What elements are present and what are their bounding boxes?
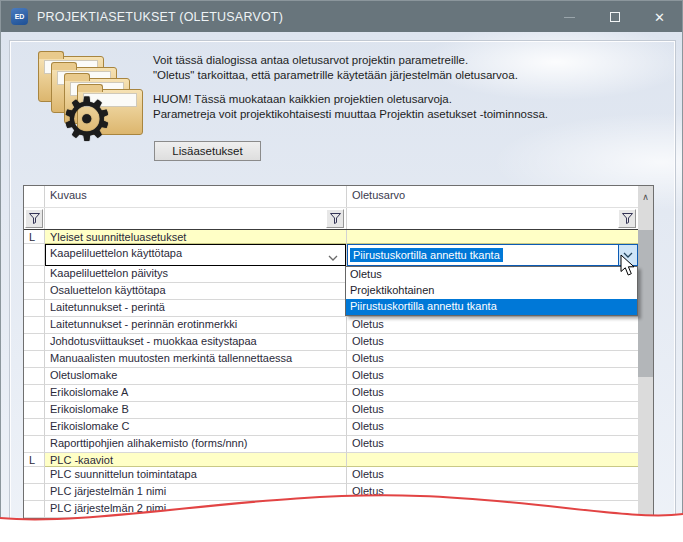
row-marker-cell[interactable]: [24, 368, 45, 385]
row-label-cell[interactable]: Erikoislomake B: [45, 402, 347, 419]
dialog-body: ⚙ Voit tässä dialogissa antaa oletusarvo…: [0, 32, 683, 542]
table-header-row: Kuvaus Oletusarvo: [24, 186, 638, 208]
row-value-cell[interactable]: Oletus: [347, 467, 638, 484]
row-value-cell[interactable]: Oletus: [347, 419, 638, 436]
table-row: Johdotusviittaukset - muokkaa esitystapa…: [24, 334, 638, 351]
row-marker-cell[interactable]: [24, 467, 45, 484]
table-row: Kaapeliluettelon käyttötapaPiirustuskort…: [24, 244, 638, 266]
kuvaus-column-header[interactable]: Kuvaus: [45, 186, 347, 207]
filter-input-oletusarvo[interactable]: [347, 208, 638, 229]
row-marker-cell[interactable]: [24, 385, 45, 402]
row-marker-cell[interactable]: [24, 334, 45, 351]
filter-button[interactable]: [618, 209, 636, 228]
gear-icon: ⚙: [60, 90, 114, 150]
row-marker-cell[interactable]: [24, 419, 45, 436]
mouse-cursor-icon: [620, 254, 636, 278]
marker-column-header: [24, 186, 45, 207]
folders-gear-icon: ⚙: [38, 56, 154, 160]
table-row: Erikoislomake AOletus: [24, 385, 638, 402]
row-label-cell[interactable]: Osaluettelon käyttötapa: [45, 283, 347, 300]
dialog-window: ED PROJEKTIASETUKSET (OLETUSARVOT) ✕ ⚙ V…: [0, 0, 683, 542]
chevron-up-icon: ∧: [642, 192, 649, 202]
row-marker-cell[interactable]: L: [24, 230, 45, 244]
minimize-icon: [564, 17, 575, 18]
table-row: OletuslomakeOletus: [24, 368, 638, 385]
maximize-icon: [610, 12, 620, 22]
row-value-cell[interactable]: [347, 453, 638, 467]
row-marker-cell[interactable]: [24, 351, 45, 368]
row-value-cell[interactable]: Oletus: [347, 368, 638, 385]
titlebar[interactable]: ED PROJEKTIASETUKSET (OLETUSARVOT) ✕: [0, 0, 683, 32]
row-marker-cell[interactable]: [24, 283, 45, 300]
row-marker-cell[interactable]: [24, 317, 45, 334]
table-row: Erikoislomake BOletus: [24, 402, 638, 419]
table-row: Manuaalisten muutosten merkintä tallenne…: [24, 351, 638, 368]
row-label-cell[interactable]: Yleiset suunnitteluasetukset: [45, 230, 347, 244]
vertical-scrollbar[interactable]: ∧: [638, 186, 653, 518]
row-label-cell[interactable]: Laitetunnukset - perinnän erotinmerkki: [45, 317, 347, 334]
row-value-cell[interactable]: Oletus: [347, 351, 638, 368]
row-marker-cell[interactable]: [24, 436, 45, 453]
row-label-cell[interactable]: Kaapeliluettelon käyttötapa: [45, 244, 347, 266]
filter-cell-marker[interactable]: [24, 208, 45, 229]
row-value-cell[interactable]: Oletus: [347, 436, 638, 453]
scrollbar-up-button[interactable]: ∧: [638, 186, 653, 208]
funnel-icon: [330, 213, 341, 224]
window-controls: ✕: [547, 1, 682, 33]
intro-line: "Oletus" tarkoittaa, että parametrille k…: [153, 68, 548, 83]
row-marker-cell[interactable]: [24, 300, 45, 317]
filter-button[interactable]: [326, 209, 344, 228]
dropdown-popup: OletusProjektikohtainenPiirustuskortilla…: [345, 266, 638, 316]
oletusarvo-column-header[interactable]: Oletusarvo: [347, 186, 638, 207]
row-label-cell[interactable]: PLC -kaaviot: [45, 453, 347, 467]
funnel-icon: [622, 213, 633, 224]
intro-line: Voit tässä dialogissa antaa oletusarvot …: [153, 53, 548, 68]
row-value-cell[interactable]: Oletus: [347, 402, 638, 419]
row-label-cell[interactable]: Erikoislomake A: [45, 385, 347, 402]
screenshot-cut-edge: [0, 486, 683, 542]
row-value-cell[interactable]: Oletus: [347, 385, 638, 402]
row-value-cell[interactable]: Oletus: [347, 334, 638, 351]
dropdown-option[interactable]: Piirustuskortilla annettu tkanta: [346, 299, 637, 315]
section-row: LPLC -kaaviot: [24, 453, 638, 467]
window-title: PROJEKTIASETUKSET (OLETUSARVOT): [37, 10, 283, 24]
app-icon: ED: [11, 8, 28, 25]
minimize-button[interactable]: [547, 1, 592, 33]
row-marker-cell[interactable]: L: [24, 453, 45, 467]
row-label-cell[interactable]: Erikoislomake C: [45, 419, 347, 436]
dropdown-option[interactable]: Projektikohtainen: [346, 283, 637, 299]
settings-table: Kuvaus Oletusarvo: [23, 185, 654, 519]
maximize-button[interactable]: [592, 1, 637, 33]
lisaasetukset-button[interactable]: Lisäasetukset: [154, 141, 261, 161]
funnel-icon: [29, 213, 40, 224]
row-label-cell[interactable]: Kaapeliluettelon päivitys: [45, 266, 347, 283]
row-value-cell[interactable]: [347, 230, 638, 244]
close-button[interactable]: ✕: [637, 1, 682, 33]
dropdown-option[interactable]: Oletus: [346, 267, 637, 283]
chevron-down-icon[interactable]: [328, 251, 338, 263]
row-label-cell[interactable]: Raporttipohjien alihakemisto (forms/nnn): [45, 436, 347, 453]
row-marker-cell[interactable]: [24, 244, 45, 266]
filter-input-kuvaus[interactable]: [45, 208, 347, 229]
intro-line: Parametreja voit projektikohtaisesti muu…: [153, 107, 548, 122]
row-marker-cell[interactable]: [24, 402, 45, 419]
oletusarvo-combobox[interactable]: Piirustuskortilla annettu tkanta: [347, 244, 638, 266]
row-label-cell[interactable]: Johdotusviittaukset - muokkaa esitystapa…: [45, 334, 347, 351]
table-row: Raporttipohjien alihakemisto (forms/nnn)…: [24, 436, 638, 453]
filter-row: [24, 208, 638, 230]
row-label-cell[interactable]: Oletuslomake: [45, 368, 347, 385]
combobox-selected-value: Piirustuskortilla annettu tkanta: [350, 248, 503, 262]
row-label-cell[interactable]: Manuaalisten muutosten merkintä tallenne…: [45, 351, 347, 368]
table-row: Erikoislomake COletus: [24, 419, 638, 436]
row-label-cell[interactable]: PLC suunnittelun toimintatapa: [45, 467, 347, 484]
row-marker-cell[interactable]: [24, 266, 45, 283]
filter-button[interactable]: [25, 209, 43, 228]
table-row: PLC suunnittelun toimintatapaOletus: [24, 467, 638, 484]
table-row: Laitetunnukset - perinnän erotinmerkkiOl…: [24, 317, 638, 334]
scrollbar-thumb[interactable]: [638, 230, 653, 377]
row-value-cell[interactable]: Oletus: [347, 317, 638, 334]
intro-text: Voit tässä dialogissa antaa oletusarvot …: [153, 53, 548, 122]
app-icon-label: ED: [15, 13, 25, 20]
row-label-cell[interactable]: Laitetunnukset - perintä: [45, 300, 347, 317]
row-value-cell[interactable]: Piirustuskortilla annettu tkanta: [347, 244, 638, 266]
